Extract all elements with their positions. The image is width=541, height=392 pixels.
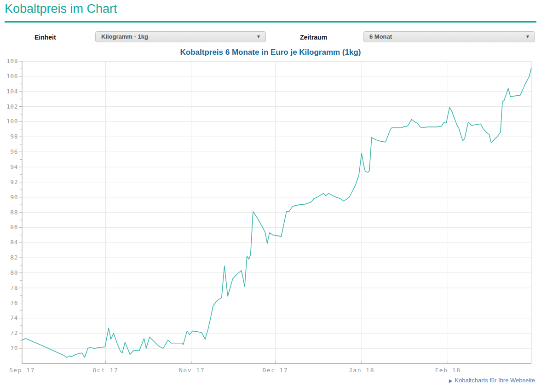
y-tick-label: 96 (10, 148, 18, 155)
price-line-series (22, 68, 531, 357)
einheit-selected-value: Kilogramm - 1kg (101, 32, 148, 42)
x-tick-label: Nov 17 (179, 367, 205, 374)
kobaltpreis-page: Kobaltpreis im Chart Einheit Kilogramm -… (0, 0, 541, 392)
chart-title: Kobaltpreis 6 Monate in Euro je Kilogram… (0, 48, 541, 57)
zeitraum-label: Zeitraum (300, 32, 327, 42)
y-tick-label: 106 (6, 73, 18, 80)
dropdown-arrow-icon: ▼ (525, 32, 530, 42)
y-tick-label: 78 (10, 284, 18, 291)
header-divider (5, 21, 536, 23)
y-tick-label: 88 (10, 209, 18, 216)
link-arrow-icon: ▶ (449, 378, 453, 383)
y-tick-label: 80 (10, 269, 18, 276)
y-tick-label: 108 (6, 58, 18, 64)
y-tick-label: 74 (10, 314, 18, 321)
y-tick-label: 70 (10, 345, 18, 352)
page-title: Kobaltpreis im Chart (5, 2, 117, 16)
y-tick-label: 100 (6, 118, 18, 125)
zeitraum-selected-value: 6 Monat (369, 32, 392, 42)
y-tick-label: 102 (6, 103, 18, 110)
y-tick-label: 76 (10, 300, 18, 306)
price-line-chart: 7072747678808284868890929496981001021041… (0, 58, 541, 380)
y-tick-label: 94 (10, 163, 18, 170)
y-tick-label: 82 (10, 254, 18, 261)
y-tick-label: 84 (10, 239, 18, 246)
einheit-label: Einheit (35, 32, 56, 42)
y-tick-label: 98 (10, 133, 18, 140)
y-tick-label: 104 (6, 88, 18, 95)
x-tick-label: Sep 17 (9, 367, 35, 374)
einheit-dropdown[interactable]: Kilogramm - 1kg ▼ (95, 31, 266, 42)
y-tick-label: 72 (10, 329, 18, 336)
zeitraum-dropdown[interactable]: 6 Monat ▼ (363, 31, 535, 42)
x-tick-label: Oct 17 (92, 367, 118, 374)
y-tick-label: 86 (10, 224, 18, 231)
y-tick-label: 92 (10, 179, 18, 185)
y-tick-label: 90 (10, 194, 18, 201)
dropdown-arrow-icon: ▼ (256, 32, 261, 42)
x-tick-label: Dec 17 (262, 367, 288, 374)
x-tick-label: Jan 18 (349, 367, 374, 374)
x-tick-label: Feb 18 (435, 367, 461, 374)
footer-webseite-link[interactable]: ▶Kobaltcharts für Ihre Webseite (449, 377, 535, 384)
footer-link-label: Kobaltcharts für Ihre Webseite (455, 377, 535, 384)
